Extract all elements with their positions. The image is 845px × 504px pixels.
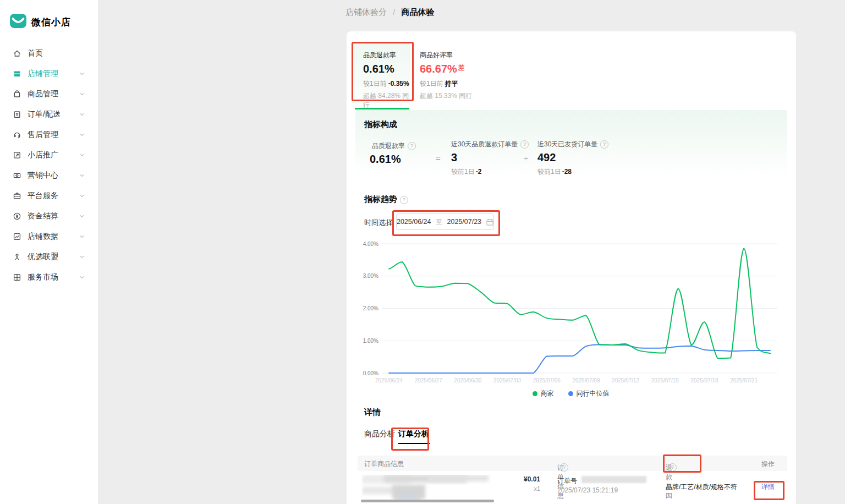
metric-surpass: 超越 84.28% 同行: [363, 91, 410, 110]
refund-reason: 品牌/工艺/材质/规格不符: [666, 483, 737, 492]
svg-text:0.00%: 0.00%: [363, 370, 378, 376]
wechat-store-logo-icon: [10, 13, 26, 31]
date-range-picker[interactable]: 2025/06/24 至 2025/07/23: [396, 213, 494, 230]
composition-title: 指标构成: [364, 119, 397, 130]
active-tab-underline: [398, 443, 430, 444]
sidebar-item-label: 店铺数据: [28, 232, 58, 242]
svg-text:2025/07/15: 2025/07/15: [651, 377, 679, 384]
sidebar-item-promotion[interactable]: 小店推广: [0, 145, 98, 165]
chevron-down-icon: [79, 254, 85, 260]
sidebar-item-platform[interactable]: 平台服务: [0, 185, 98, 206]
metric-tab-positive-review-rate[interactable]: 商品好评率 66.67%差 较1日前持平 超越 15.33% 同行: [409, 43, 502, 109]
legend-dot-icon: [533, 391, 537, 396]
sidebar-item-label: 商品管理: [28, 89, 58, 99]
chevron-down-icon: [79, 71, 85, 76]
help-icon[interactable]: ?: [520, 140, 529, 149]
metric-value: 66.67%差: [420, 63, 502, 75]
page-title: 商品体验: [402, 7, 435, 17]
sidebar-item-marketing[interactable]: 营销中心: [0, 165, 98, 185]
sidebar-item-store[interactable]: 店铺管理: [0, 63, 98, 84]
table-header: 订单商品信息 订单信息? 退款原因? 操作: [358, 456, 787, 471]
chevron-down-icon: [79, 132, 85, 138]
sidebar-item-product[interactable]: 商品管理: [0, 84, 98, 104]
sidebar-item-label: 订单/配送: [28, 109, 61, 119]
sidebar-item-data[interactable]: 店铺数据: [0, 226, 98, 246]
chevron-down-icon: [79, 112, 85, 117]
home-icon: [12, 48, 21, 58]
metric-compare: 较1日前持平: [420, 79, 502, 89]
svg-text:2025/07/09: 2025/07/09: [572, 377, 600, 384]
sidebar-item-label: 平台服务: [28, 191, 58, 201]
svg-text:2025/07/06: 2025/07/06: [533, 377, 561, 384]
store-icon: [12, 69, 21, 78]
horizontal-scrollbar[interactable]: [361, 500, 494, 502]
help-icon[interactable]: ?: [560, 463, 568, 472]
legend-dot-icon: [568, 391, 573, 396]
equals-sign: =: [436, 154, 441, 163]
composition-denominator: 近30天已发货订单量? 492 较前1日-28: [537, 140, 608, 177]
date-start: 2025/06/24: [397, 218, 431, 226]
sidebar: 微信小店 首页店铺管理商品管理订单/配送售后管理小店推广营销中心平台服务资金结算…: [0, 0, 98, 504]
platform-icon: [12, 191, 21, 200]
composition-rate: 品质退款率? 0.61%: [372, 141, 416, 166]
metric-label: 商品好评率: [420, 51, 502, 60]
trend-chart-svg: 0.00%1.00%2.00%3.00%4.00%2025/06/242025/…: [358, 239, 784, 389]
tab-product-analysis[interactable]: 商品分析: [364, 429, 395, 439]
svg-text:2.00%: 2.00%: [363, 305, 378, 311]
sidebar-item-alliance[interactable]: 优选联盟: [0, 246, 98, 267]
sidebar-item-label: 优选联盟: [28, 252, 58, 262]
chevron-down-icon: [79, 234, 85, 239]
series-同行中位值: [389, 344, 770, 373]
breadcrumb-parent[interactable]: 店铺体验分: [345, 7, 387, 17]
sidebar-item-order[interactable]: 订单/配送: [0, 104, 98, 124]
alliance-icon: [12, 252, 21, 261]
metric-value: 0.61%: [363, 63, 410, 75]
sidebar-item-label: 店铺管理: [28, 69, 58, 79]
svg-text:2025/06/30: 2025/06/30: [454, 377, 481, 384]
metric-compare: 较1日前-0.35%: [363, 79, 410, 89]
chevron-down-icon: [79, 91, 85, 97]
metric-tab-quality-refund-rate[interactable]: 品质退款率 0.61% 较1日前-0.35% 超越 84.28% 同行: [352, 43, 410, 109]
svg-text:1.00%: 1.00%: [363, 338, 378, 344]
svg-text:2025/07/18: 2025/07/18: [690, 377, 718, 384]
legend-item[interactable]: 同行中位值: [568, 389, 610, 398]
order-number-redacted: [581, 476, 646, 483]
sidebar-item-label: 售后管理: [28, 130, 58, 140]
brand-logo: 微信小店: [0, 0, 98, 39]
order-icon: [12, 109, 21, 119]
svg-text:2025/07/03: 2025/07/03: [493, 377, 521, 384]
sidebar-item-funds[interactable]: 资金结算: [0, 206, 98, 226]
legend-item[interactable]: 商家: [533, 389, 554, 398]
order-time: 2025/07/23 15:21:19: [557, 486, 618, 494]
chevron-down-icon: [79, 173, 85, 178]
svg-text:2025/06/24: 2025/06/24: [375, 377, 403, 384]
chart-legend: 商家同行中位值: [358, 389, 784, 398]
date-end: 2025/07/23: [447, 218, 482, 226]
chevron-down-icon: [79, 275, 85, 280]
sidebar-menu: 首页店铺管理商品管理订单/配送售后管理小店推广营销中心平台服务资金结算店铺数据优…: [0, 43, 98, 287]
help-icon[interactable]: ?: [400, 196, 408, 204]
sidebar-item-market[interactable]: 服务市场: [0, 267, 98, 287]
promotion-icon: [12, 150, 21, 160]
sidebar-item-home[interactable]: 首页: [0, 43, 98, 63]
data-icon: [12, 232, 21, 241]
breadcrumb-separator: /: [393, 7, 395, 17]
help-icon[interactable]: ?: [408, 142, 416, 150]
sidebar-item-label: 首页: [28, 48, 43, 58]
metric-label: 品质退款率: [363, 51, 410, 60]
main-panel: 品质退款率 0.61% 较1日前-0.35% 超越 84.28% 同行 商品好评…: [347, 31, 796, 504]
tab-order-analysis[interactable]: 订单分析: [398, 429, 429, 439]
product-icon: [12, 89, 21, 98]
sidebar-item-aftersale[interactable]: 售后管理: [0, 124, 98, 145]
detail-link[interactable]: 详情: [761, 483, 775, 492]
order-amount: ¥0.01 x1: [506, 475, 540, 492]
trend-chart: 0.00%1.00%2.00%3.00%4.00%2025/06/242025/…: [358, 239, 784, 389]
col-order-product-info: 订单商品信息: [364, 459, 404, 469]
help-icon[interactable]: ?: [600, 140, 608, 149]
sidebar-item-label: 小店推广: [28, 150, 58, 160]
composition-numerator: 近30天品质退款订单量? 3 较前1日-2: [451, 140, 529, 177]
col-action: 操作: [761, 459, 775, 469]
help-icon[interactable]: ?: [668, 463, 677, 472]
funds-icon: [12, 211, 21, 221]
calendar-icon: [486, 218, 493, 226]
